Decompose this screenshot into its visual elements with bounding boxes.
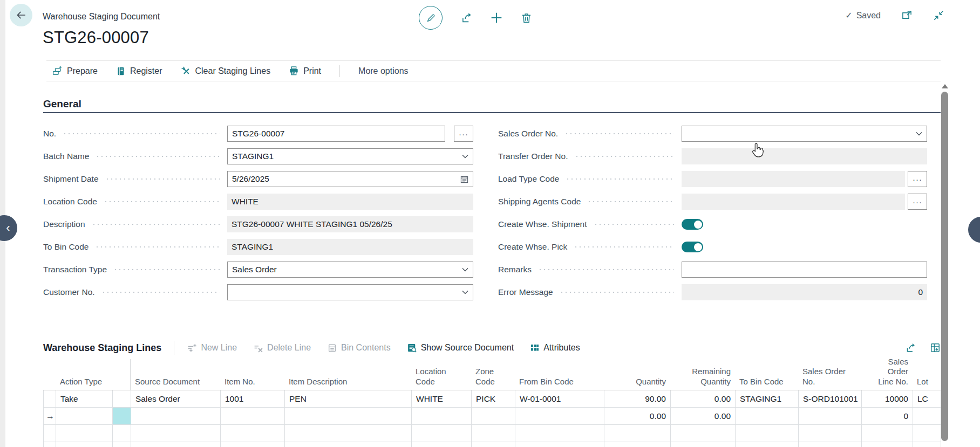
- cell-sales_order_no[interactable]: [799, 425, 862, 442]
- cell-lot[interactable]: [913, 442, 941, 447]
- prepare-button[interactable]: Prepare: [52, 66, 98, 76]
- customer-no-field[interactable]: [227, 284, 473, 300]
- cell-item_no[interactable]: 1001: [221, 390, 285, 408]
- cell-zone_code[interactable]: [472, 408, 515, 425]
- cell-mini[interactable]: [113, 442, 131, 447]
- col-header-location_code[interactable]: Location Code: [411, 359, 471, 390]
- clear-staging-lines-button[interactable]: Clear Staging Lines: [181, 66, 271, 76]
- show-source-document-button[interactable]: Show Source Document: [407, 343, 514, 353]
- cell-location_code[interactable]: [412, 425, 472, 442]
- cell-sel[interactable]: [44, 390, 56, 408]
- cell-sales_order_line_no[interactable]: [862, 425, 913, 442]
- cell-lot[interactable]: LC: [913, 390, 941, 408]
- col-header-item_no[interactable]: Item No.: [220, 359, 284, 390]
- general-section-heading[interactable]: General: [43, 98, 81, 110]
- cell-action_type[interactable]: [56, 425, 113, 442]
- shipment-date-field[interactable]: 5/26/2025: [227, 171, 473, 187]
- cell-from_bin_code[interactable]: [515, 442, 604, 447]
- panel-expand-right-button[interactable]: [968, 217, 980, 243]
- edit-button[interactable]: [419, 6, 443, 30]
- cell-to_bin_code[interactable]: [736, 442, 799, 447]
- cell-source_document[interactable]: [131, 425, 221, 442]
- cell-sales_order_line_no[interactable]: [862, 442, 913, 447]
- lines-open-in-excel-button[interactable]: [930, 342, 941, 353]
- cell-quantity[interactable]: [604, 425, 671, 442]
- cell-mini[interactable]: [113, 390, 131, 408]
- cell-quantity[interactable]: 0.00: [604, 408, 671, 425]
- cell-zone_code[interactable]: [472, 442, 515, 447]
- cell-lot[interactable]: [913, 425, 941, 442]
- calendar-icon[interactable]: [460, 175, 468, 183]
- cell-item_no[interactable]: [221, 425, 285, 442]
- cell-zone_code[interactable]: [472, 425, 515, 442]
- batch-name-field[interactable]: STAGING1: [227, 148, 473, 164]
- cell-from_bin_code[interactable]: [515, 425, 604, 442]
- no-assist-button[interactable]: ···: [454, 126, 473, 142]
- scrollbar-up-arrow[interactable]: [942, 84, 948, 88]
- cell-remaining_quantity[interactable]: 0.00: [671, 390, 736, 408]
- cell-item_description[interactable]: [285, 442, 412, 447]
- cell-item_no[interactable]: [221, 408, 285, 425]
- cell-item_description[interactable]: [285, 425, 412, 442]
- cell-action_type[interactable]: [56, 408, 113, 425]
- col-header-from_bin_code[interactable]: From Bin Code: [515, 359, 604, 390]
- col-header-to_bin_code[interactable]: To Bin Code: [735, 359, 798, 390]
- more-options-button[interactable]: More options: [358, 66, 409, 76]
- load-type-code-assist-button[interactable]: ···: [908, 171, 927, 187]
- remarks-field[interactable]: [682, 262, 927, 278]
- open-in-new-window-button[interactable]: [901, 10, 913, 21]
- col-header-remaining_quantity[interactable]: Remaining Quantity: [670, 359, 735, 390]
- transaction-type-field[interactable]: Sales Order: [227, 262, 473, 278]
- collapse-button[interactable]: [933, 10, 944, 21]
- cell-to_bin_code[interactable]: [736, 408, 799, 425]
- cell-from_bin_code[interactable]: W-01-0001: [515, 390, 604, 408]
- sales-order-no-field[interactable]: [682, 126, 927, 142]
- cell-remaining_quantity[interactable]: 0.00: [671, 408, 736, 425]
- col-header-mini[interactable]: [112, 359, 131, 390]
- breadcrumb[interactable]: Warehouse Staging Document: [43, 12, 160, 22]
- panel-collapse-left-button[interactable]: ‹: [0, 215, 17, 241]
- col-header-action_type[interactable]: Action Type: [56, 359, 112, 390]
- col-header-source_document[interactable]: Source Document: [131, 359, 220, 390]
- shipping-agents-code-assist-button[interactable]: ···: [908, 194, 927, 210]
- print-button[interactable]: Print: [289, 66, 321, 76]
- cell-source_document[interactable]: [131, 442, 221, 447]
- col-header-sales_order_line_no[interactable]: Sales Order Line No.: [861, 359, 913, 390]
- col-header-item_description[interactable]: Item Description: [284, 359, 411, 390]
- register-button[interactable]: Register: [116, 66, 162, 76]
- col-header-lot[interactable]: Lot: [913, 359, 941, 390]
- cell-source_document[interactable]: [131, 408, 221, 425]
- col-header-quantity[interactable]: Quantity: [604, 359, 670, 390]
- vertical-scrollbar[interactable]: [941, 92, 948, 441]
- cell-to_bin_code[interactable]: STAGING1: [736, 390, 799, 408]
- cell-remaining_quantity[interactable]: [671, 425, 736, 442]
- back-button[interactable]: [10, 4, 32, 26]
- cell-item_description[interactable]: PEN: [285, 390, 412, 408]
- cell-sel[interactable]: →: [44, 408, 56, 425]
- cell-sales_order_no[interactable]: [799, 408, 862, 425]
- cell-location_code[interactable]: [412, 408, 472, 425]
- cell-action_type[interactable]: [56, 442, 113, 447]
- col-header-zone_code[interactable]: Zone Code: [471, 359, 515, 390]
- cell-item_description[interactable]: [285, 408, 412, 425]
- no-field[interactable]: STG26-00007: [227, 126, 445, 142]
- cell-mini[interactable]: [113, 408, 131, 425]
- col-header-sales_order_no[interactable]: Sales Order No.: [798, 359, 861, 390]
- cell-action_type[interactable]: Take: [56, 390, 113, 408]
- cell-sel[interactable]: [44, 425, 56, 442]
- cell-from_bin_code[interactable]: [515, 408, 604, 425]
- create-whse-shipment-toggle[interactable]: [682, 219, 703, 230]
- cell-item_no[interactable]: [221, 442, 285, 447]
- lines-share-button[interactable]: [905, 342, 916, 353]
- cell-remaining_quantity[interactable]: [671, 442, 736, 447]
- cell-sel[interactable]: [44, 442, 56, 447]
- cell-quantity[interactable]: 90.00: [604, 390, 671, 408]
- cell-sales_order_no[interactable]: S-ORD101001: [799, 390, 862, 408]
- cell-sales_order_line_no[interactable]: 0: [862, 408, 913, 425]
- attributes-button[interactable]: Attributes: [530, 343, 580, 353]
- create-whse-pick-toggle[interactable]: [682, 242, 703, 252]
- cell-location_code[interactable]: [412, 442, 472, 447]
- cell-mini[interactable]: [113, 425, 131, 442]
- lines-section-heading[interactable]: Warehouse Staging Lines: [43, 342, 161, 354]
- cell-zone_code[interactable]: PICK: [472, 390, 515, 408]
